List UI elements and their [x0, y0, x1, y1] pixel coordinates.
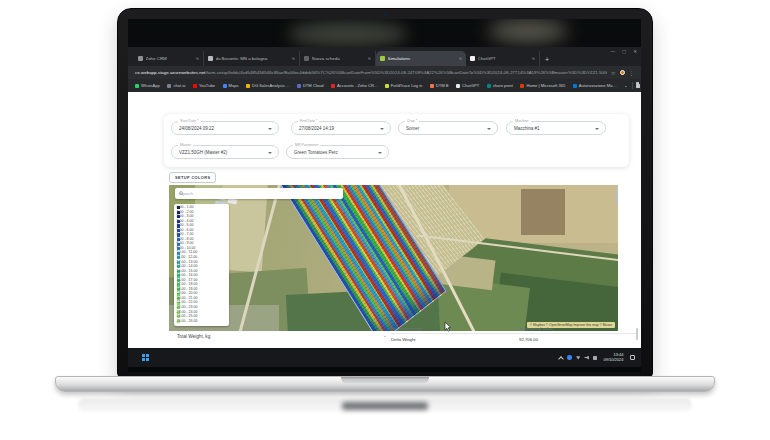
tab-close-icon[interactable]: ✕	[196, 56, 199, 61]
select-field[interactable]: Start Date * 24/08/2024 09:22	[171, 121, 279, 135]
scene: Zoho CRM ✕ da Bosonto: MN a bologna ✕ Nu…	[0, 0, 770, 440]
bookmark-label: FieldTrace Log in	[391, 83, 422, 88]
field-value: 27/08/2024 14:19	[292, 122, 390, 131]
table-header-row: Parameter name Aggregated value	[391, 326, 638, 334]
start-button[interactable]	[142, 354, 149, 361]
bookmark-item[interactable]: YouTube	[193, 83, 215, 88]
notifications-icon[interactable]	[630, 355, 636, 361]
bookmark-item[interactable]: Maps	[223, 83, 239, 88]
map-canvas[interactable]: 0.00 - 1.00 1.00 - 2.00 2.00 - 3.00 3.	[169, 185, 618, 331]
select-field[interactable]: Crop * Somer	[398, 121, 498, 135]
bookmark-item[interactable]: DG SalesAnalysis ...	[246, 83, 289, 88]
taskbar-app-icon[interactable]	[157, 354, 164, 361]
tray-expand-icon[interactable]	[559, 356, 565, 362]
address-bar[interactable]: ce-webapp-stage.azurewebsites.net/farm-s…	[128, 66, 641, 79]
new-tab-button[interactable]: +	[545, 56, 549, 63]
laptop-display: Zoho CRM ✕ da Bosonto: MN a bologna ✕ Nu…	[128, 19, 641, 372]
select-field[interactable]: End Date * 27/08/2024 14:19	[291, 121, 391, 135]
browser-tab-bar: Zoho CRM ✕ da Bosonto: MN a bologna ✕ Nu…	[128, 47, 641, 66]
divider	[632, 82, 633, 89]
taskbar-app-icon[interactable]	[238, 354, 245, 361]
bookmark-item[interactable]: WhatsApp	[135, 83, 160, 88]
taskbar-app-icon[interactable]	[215, 354, 222, 361]
field-label: End Date *	[298, 119, 319, 123]
taskbar-app-icon[interactable]	[180, 354, 187, 361]
tray-app-icon[interactable]	[567, 355, 572, 360]
legend-row: 25.00 - 26.00	[177, 319, 228, 324]
maximize-button[interactable]: ▢	[622, 49, 626, 54]
browser-tab[interactable]: Nuova scheda ✕	[300, 51, 376, 66]
bookmark-label: ChatGPT	[462, 83, 479, 88]
select-field[interactable]: Master VZZ1.50GH (Master #2)	[171, 145, 279, 159]
bookmark-item[interactable]: Accounts - Zoho CR...	[331, 83, 377, 88]
taskbar-clock[interactable]: 13:44 09/10/2024	[603, 353, 623, 362]
bookmark-item[interactable]: Home | Microsoft 365	[520, 83, 565, 88]
bookmark-item[interactable]: FieldTrace Log in	[385, 83, 422, 88]
taskbar-apps	[157, 354, 314, 361]
table-cell: 92,706.00	[519, 337, 638, 342]
bookmark-label: Autorizzazione Mic...	[579, 83, 617, 88]
bookmark-favicon-icon	[385, 84, 389, 88]
bookmark-item[interactable]: DTM B	[430, 83, 449, 88]
bookmark-item[interactable]: Autorizzazione Mic...	[573, 83, 617, 88]
scrollbar[interactable]	[636, 328, 638, 340]
tab-close-icon[interactable]: ✕	[532, 56, 535, 61]
chevron-down-icon	[380, 128, 384, 130]
wifi-icon[interactable]	[576, 356, 581, 360]
taskbar-app-icon[interactable]	[203, 354, 210, 361]
field-label: MR Parameter	[293, 143, 320, 147]
taskbar-app-icon[interactable]	[307, 354, 314, 361]
url-path: /farm-setup/fields/4cd5485456546c85ae9fa…	[205, 70, 607, 75]
field-label: Crop *	[405, 119, 419, 123]
tab-close-icon[interactable]: ✕	[459, 56, 462, 61]
app-navigation	[416, 99, 481, 102]
battery-icon[interactable]	[593, 356, 598, 360]
taskbar-app-icon[interactable]	[272, 354, 279, 361]
bookmark-star-icon[interactable]: ☆	[611, 70, 615, 76]
taskbar-app-icon[interactable]	[284, 354, 291, 361]
bookmark-item[interactable]: share point	[487, 83, 513, 88]
bookmark-label: Accounts - Zoho CR...	[337, 83, 377, 88]
all-bookmarks-folder-icon	[636, 84, 640, 88]
bookmark-item[interactable]: ChatGPT	[456, 83, 479, 88]
system-tray: 13:44 09/10/2024	[559, 353, 635, 362]
volume-icon[interactable]	[584, 356, 589, 360]
laptop-base-notch	[341, 377, 429, 383]
select-field[interactable]: Machine Macchina #1	[506, 121, 606, 135]
bookmark-item[interactable]: chat ai	[167, 83, 185, 88]
browser-tab[interactable]: Zoho CRM ✕	[134, 51, 204, 66]
field-value: VZZ1.50GH (Master #2)	[172, 146, 278, 155]
taskbar-app-icon[interactable]	[249, 354, 256, 361]
url-text[interactable]: ce-webapp-stage.azurewebsites.net/farm-s…	[135, 70, 607, 75]
bookmark-item[interactable]: DTM Cloud	[297, 83, 324, 88]
map-search-box[interactable]	[175, 188, 343, 199]
taskbar-app-icon[interactable]	[169, 354, 176, 361]
chevron-down-icon	[268, 128, 272, 130]
tab-favicon-icon	[304, 56, 309, 61]
color-legend-panel: 0.00 - 1.00 1.00 - 2.00 2.00 - 3.00 3.	[174, 204, 229, 326]
bookmarks-overflow-icon[interactable]: ⌄	[624, 83, 627, 88]
laptop-base	[55, 376, 715, 392]
taskbar-app-icon[interactable]	[261, 354, 268, 361]
tab-label: Simulations	[388, 56, 456, 61]
browser-menu-icon[interactable]: ⋮	[629, 70, 634, 76]
select-field[interactable]: MR Parameter Green Tomatoes Perc	[286, 145, 389, 159]
tab-close-icon[interactable]: ✕	[368, 56, 371, 61]
tab-close-icon[interactable]: ✕	[292, 56, 295, 61]
satellite-field	[449, 185, 618, 243]
window-controls: — ▢ ✕	[610, 49, 637, 54]
browser-tab[interactable]: da Bosonto: MN a bologna ✕	[204, 51, 300, 66]
close-button[interactable]: ✕	[633, 49, 637, 54]
extension-icon[interactable]	[620, 70, 626, 76]
taskbar-app-icon[interactable]	[226, 354, 233, 361]
search-input[interactable]	[179, 191, 244, 196]
browser-tab[interactable]: ChatGPT ✕	[466, 51, 540, 66]
taskbar-app-icon[interactable]	[295, 354, 302, 361]
parameters-table: Parameter name Aggregated value Delta We…	[391, 326, 638, 342]
taskbar-app-icon[interactable]	[192, 354, 199, 361]
legend-scrollbar[interactable]	[616, 187, 618, 205]
browser-tab[interactable]: Simulations ✕	[376, 51, 466, 66]
bookmark-favicon-icon	[193, 84, 197, 88]
minimize-button[interactable]: —	[610, 49, 615, 54]
setup-colors-button[interactable]: SETUP COLORS	[169, 172, 216, 183]
